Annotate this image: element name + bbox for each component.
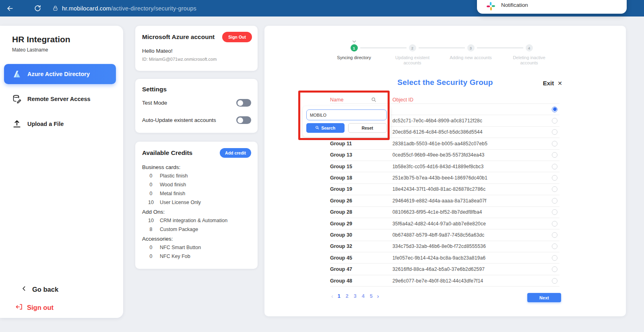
settings-card: Settings Test Mode Auto-Update existent … <box>135 79 258 133</box>
table-row[interactable]: Group 26 29464619-e882-4d4a-aaaa-8a731a8… <box>330 195 559 206</box>
sidebar-item-remote-server-access[interactable]: Remote Server Access <box>4 89 116 109</box>
stepper: 1 Syncing directory 2 Updating existent … <box>325 38 558 66</box>
sign-out-link[interactable]: Sign out <box>15 303 54 312</box>
chevron-left-icon <box>21 285 27 293</box>
name-filter-popover: Search Reset <box>303 106 390 137</box>
close-icon: ✕ <box>557 80 562 87</box>
address-bar[interactable]: hr.mobilocard.com/active-directory/secur… <box>62 5 196 12</box>
page-number[interactable]: 3 <box>353 293 357 299</box>
row-radio[interactable] <box>552 186 557 192</box>
add-credit-button[interactable]: Add credit <box>220 148 251 158</box>
group-name: Group 11 <box>330 141 352 146</box>
toggle-switch[interactable] <box>236 99 251 107</box>
group-name: Group 48 <box>330 278 352 284</box>
group-name: Group 15 <box>330 164 352 169</box>
toggle-switch[interactable] <box>236 116 251 124</box>
object-id: 35f6a4a2-4d82-44c4-97a0-abb7e8e820ce <box>392 221 486 227</box>
page-title: Select the Security Group <box>264 78 626 87</box>
notification-label: Notification <box>501 2 528 8</box>
refresh-icon[interactable] <box>33 4 42 13</box>
table-row[interactable]: Group 48 29e6c077-be7e-4b0f-8b12-44c43df… <box>330 275 559 287</box>
search-button[interactable]: Search <box>306 123 345 133</box>
app-title: HR Integration <box>12 35 70 44</box>
row-radio[interactable] <box>552 164 557 169</box>
setting-label: Test Mode <box>142 100 167 106</box>
table-row[interactable]: Group 28 08106623-6f95-4c1e-bf52-8b7dedf… <box>330 207 559 218</box>
table-row[interactable]: Group 47 32616ffd-88ca-46a2-b5a0-37e6b2d… <box>330 264 559 275</box>
credit-label: CRM integration & Automation <box>160 217 251 224</box>
row-radio[interactable] <box>552 118 557 124</box>
table-row[interactable]: Group 19 18e42434-37f1-40d8-81ac-826878c… <box>330 184 559 195</box>
table-row[interactable]: Group 29 35f6a4a2-4d82-44c4-97a0-abb7e8e… <box>330 218 559 229</box>
row-radio[interactable] <box>552 266 557 272</box>
chevron-down-icon <box>352 38 357 44</box>
step-number: 1 <box>351 44 358 52</box>
settings-row: Test Mode <box>142 99 251 107</box>
row-radio[interactable] <box>552 141 557 146</box>
page-number[interactable]: 1 <box>337 293 341 299</box>
pagination-pages: 1 2 3 4 5 <box>337 293 374 299</box>
sidebar-item-label: Upload a File <box>27 121 64 127</box>
credit-item: 8 Custom Package <box>142 226 251 233</box>
credits-section-heading: Business cards: <box>142 164 251 170</box>
sidebar: HR Integration Mateo Lastname Azure Acti… <box>0 26 123 318</box>
row-radio[interactable] <box>552 255 557 261</box>
credit-item: 0 Wood finish <box>142 181 251 188</box>
row-radio[interactable] <box>552 129 557 135</box>
table-row[interactable]: Group 11 28381adb-5503-461e-b005-aa4852c… <box>330 138 559 149</box>
table-row[interactable]: Group 32 334c75d3-32ab-46b6-8e0b-f72cd85… <box>330 241 559 252</box>
pagination-prev-icon[interactable]: ‹ <box>331 293 333 299</box>
back-icon[interactable] <box>6 4 14 13</box>
url-host: hr.mobilocard.com <box>62 5 111 12</box>
credits-section: Business cards: 0 Plastic finish 0 Wood … <box>142 164 251 206</box>
row-radio[interactable] <box>552 232 557 238</box>
azure-sign-out-button[interactable]: Sign Out <box>222 32 252 42</box>
row-radio[interactable] <box>552 175 557 181</box>
row-radio[interactable] <box>552 209 557 215</box>
next-button[interactable]: Next <box>527 293 561 302</box>
notification-toast[interactable]: Notification <box>477 0 627 14</box>
row-radio[interactable] <box>552 198 557 204</box>
column-search-icon[interactable] <box>371 97 376 104</box>
step-label: Updating existent accounts <box>388 55 437 66</box>
pagination-next-icon[interactable]: › <box>377 293 379 299</box>
object-id: 251e3b75-b7ea-443b-bee4-186976dc40b1 <box>392 175 487 181</box>
group-name: Group 32 <box>330 243 352 249</box>
search-input[interactable] <box>306 109 387 120</box>
sidebar-item-azure-active-directory[interactable]: Azure Active Directory <box>4 64 116 84</box>
security-group-panel: 1 Syncing directory 2 Updating existent … <box>264 26 626 316</box>
credit-label: User License Only <box>160 199 251 206</box>
step-label: Deleting inactive accounts <box>505 55 554 66</box>
credits-section-heading: Add Ons: <box>142 209 251 215</box>
server-edit-icon <box>12 94 22 104</box>
row-radio[interactable] <box>552 152 557 158</box>
settings-card-title: Settings <box>142 86 251 93</box>
object-id: 334c75d3-32ab-46b6-8e0b-f72cd8555536 <box>392 243 486 249</box>
table-row[interactable]: Group 18 251e3b75-b7ea-443b-bee4-186976d… <box>330 172 559 184</box>
table-row[interactable]: Group 13 0ced55cf-96b9-49ee-be35-5573fd3… <box>330 150 559 161</box>
column-header-name[interactable]: Name <box>330 97 343 103</box>
credits-items: 0 Plastic finish 0 Wood finish 0 Metal f… <box>142 173 251 206</box>
row-radio[interactable] <box>552 221 557 227</box>
exit-button[interactable]: Exit ✕ <box>543 80 562 87</box>
go-back-label: Go back <box>32 286 58 293</box>
sidebar-item-upload-a-file[interactable]: Upload a File <box>4 114 116 134</box>
table-row[interactable]: Group 15 1b58e3fc-cc05-4d16-843d-41889ef… <box>330 161 559 172</box>
group-name: Group 47 <box>330 266 352 272</box>
credit-item: 0 Plastic finish <box>142 173 251 179</box>
group-name: Group 19 <box>330 186 352 192</box>
page-number[interactable]: 2 <box>345 293 349 299</box>
page-number[interactable]: 4 <box>361 293 365 299</box>
table-row[interactable]: Group 45 1fe057ec-9b14-424a-bc8a-9acb23a… <box>330 252 559 264</box>
search-button-label: Search <box>321 126 335 130</box>
row-radio[interactable] <box>552 107 557 112</box>
table-row[interactable]: Group 30 0b674887-b579-4bff-9a87-7458c56… <box>330 229 559 241</box>
row-radio[interactable] <box>552 278 557 284</box>
credits-section: Accessories: 0 NFC Smart Button 0 NFC Ke… <box>142 236 251 260</box>
object-id: 29e6c077-be7e-4b0f-8b12-44c43dfe7f14 <box>392 278 483 284</box>
column-header-object-id: Object ID <box>392 97 413 103</box>
go-back-link[interactable]: Go back <box>21 285 58 293</box>
reset-button[interactable]: Reset <box>348 123 387 133</box>
row-radio[interactable] <box>552 243 557 249</box>
page-number[interactable]: 5 <box>369 293 374 299</box>
